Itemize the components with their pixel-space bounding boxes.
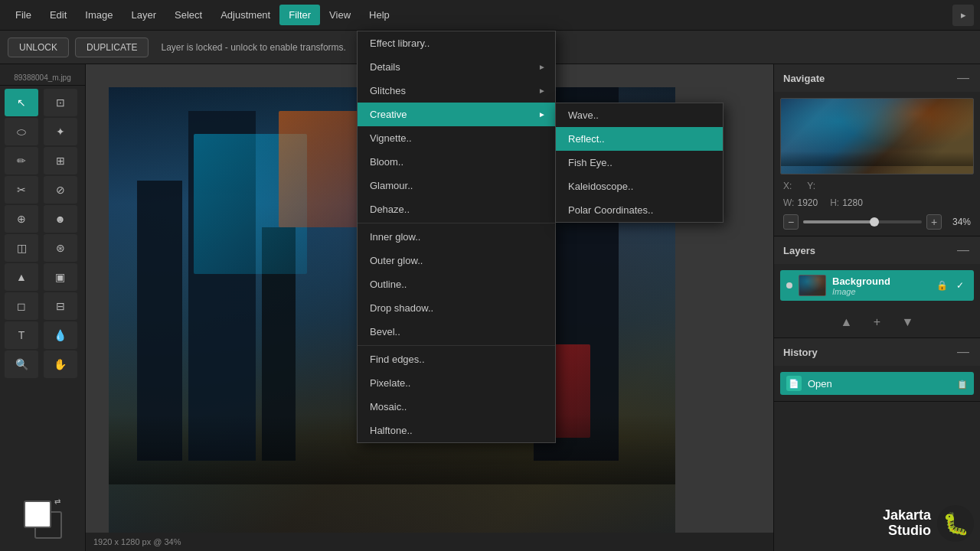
layer-info: Background Image (832, 276, 928, 296)
logo-line2: Studio (888, 523, 931, 539)
layer-thumb-inner (799, 276, 825, 295)
filename: 89388004_m.jpg (0, 70, 85, 86)
dimensions-row: W: 1920 H: 1280 (780, 197, 974, 208)
h-label: H: (830, 197, 839, 208)
x-coord: X: (783, 181, 795, 191)
tool-mask[interactable]: ⊟ (44, 292, 77, 320)
layer-type: Image (832, 287, 928, 296)
w-label: W: (783, 197, 794, 208)
zoom-value: 34% (946, 217, 971, 227)
tool-hand[interactable]: ✋ (44, 350, 77, 378)
tool-heal[interactable]: ⊕ (5, 205, 38, 233)
layers-header: Layers — (774, 236, 980, 264)
zoom-row: − + 34% (780, 214, 974, 230)
color-picker-area: ⇄ (18, 494, 68, 545)
h-value: 1280 (842, 197, 863, 208)
swap-colors-icon[interactable]: ⇄ (54, 497, 65, 508)
coordinates-row: X: Y: (780, 181, 974, 191)
tool-crop[interactable]: ⊞ (44, 147, 77, 174)
toolbar: UNLOCK DUPLICATE Layer is locked - unloc… (0, 31, 980, 64)
layer-lock-button[interactable]: 🔒 (934, 278, 949, 293)
expand-button[interactable]: ▸ (952, 5, 974, 26)
layer-name: Background (832, 276, 928, 287)
layer-visibility-button[interactable]: ✓ (952, 278, 968, 293)
tool-stamp[interactable]: ☻ (44, 205, 77, 233)
tool-zoom[interactable]: 🔍 (5, 350, 38, 378)
tool-magic-wand[interactable]: ✦ (44, 118, 77, 145)
history-open-icon: 📄 (786, 376, 802, 391)
layers-collapse-button[interactable]: — (956, 243, 971, 258)
logo-area: Jakarta Studio 🐛 (774, 496, 980, 551)
height-dim: H: 1280 (830, 197, 863, 208)
menu-adjustment[interactable]: Adjustment (211, 5, 279, 25)
layers-title: Layers (783, 245, 956, 256)
layers-section: Layers — Background Image 🔒 ✓ (774, 236, 980, 338)
history-title: History (783, 347, 956, 358)
tool-select-move[interactable]: ↖ (5, 89, 38, 116)
zoom-out-button[interactable]: − (783, 214, 799, 230)
canvas-area[interactable]: 1920 x 1280 px @ 34% (86, 64, 773, 551)
main-layout: 89388004_m.jpg ↖ ⊡ ⬭ ✦ ✏ ⊞ ✂ ⊘ ⊕ ☻ ◫ ⊛ ▲… (0, 64, 980, 551)
logo-icon: 🐛 (937, 505, 974, 542)
menu-select[interactable]: Select (165, 5, 211, 25)
tool-lasso[interactable]: ⬭ (5, 118, 38, 145)
duplicate-button[interactable]: DUPLICATE (75, 37, 149, 57)
tool-transform[interactable]: ⊡ (44, 89, 77, 116)
menubar: File Edit Image Layer Select Adjustment … (0, 0, 980, 31)
tool-grid: ↖ ⊡ ⬭ ✦ ✏ ⊞ ✂ ⊘ ⊕ ☻ ◫ ⊛ ▲ ▣ ◻ ⊟ T 💧 🔍 ✋ (0, 89, 85, 378)
color-swatches[interactable]: ⇄ (24, 500, 62, 539)
zoom-slider[interactable] (803, 220, 922, 223)
move-layer-up-button[interactable]: ▲ (838, 313, 856, 331)
menu-layer[interactable]: Layer (122, 5, 166, 25)
tool-eraser[interactable]: ◫ (5, 234, 38, 262)
tool-scissors[interactable]: ✂ (5, 176, 38, 204)
layer-actions: 🔒 ✓ (934, 278, 968, 293)
tool-eyedropper[interactable]: 💧 (44, 321, 77, 349)
width-dim: W: 1920 (783, 197, 818, 208)
move-layer-down-button[interactable]: ▼ (899, 313, 917, 331)
tool-clone[interactable]: ⊛ (44, 234, 77, 262)
y-label: Y: (807, 181, 815, 191)
layers-content: Background Image 🔒 ✓ (774, 264, 980, 307)
right-panel: Navigate — X: Y: (773, 64, 980, 551)
layer-item[interactable]: Background Image 🔒 ✓ (780, 270, 974, 301)
navigate-collapse-button[interactable]: — (956, 70, 971, 86)
x-label: X: (783, 181, 792, 191)
tool-text[interactable]: T (5, 321, 38, 349)
history-item[interactable]: 📄 Open 📋 (780, 372, 974, 395)
menu-file[interactable]: File (6, 5, 41, 25)
logo-line1: Jakarta (883, 508, 931, 523)
tool-shape[interactable]: ◻ (5, 292, 38, 320)
toolbar-status: Layer is locked - unlock to enable trans… (161, 42, 345, 53)
navigate-header: Navigate — (774, 64, 980, 92)
menu-help[interactable]: Help (360, 5, 399, 25)
add-layer-button[interactable]: + (868, 313, 887, 331)
foreground-color[interactable] (24, 500, 51, 528)
navigate-section: Navigate — X: Y: (774, 64, 980, 236)
status-bar: 1920 x 1280 px @ 34% (86, 533, 773, 551)
history-label: Open (808, 378, 832, 390)
layers-footer: ▲ + ▼ (774, 307, 980, 337)
layer-options-dot (786, 282, 792, 289)
navigate-thumbnail[interactable] (780, 98, 974, 174)
history-doc-icon: 📋 (957, 380, 968, 389)
w-value: 1920 (797, 197, 818, 208)
y-coord: Y: (807, 181, 818, 191)
tool-pen[interactable]: ✏ (5, 147, 38, 174)
tool-paint-bucket[interactable]: ▲ (5, 263, 38, 291)
menu-view[interactable]: View (320, 5, 360, 25)
menu-filter[interactable]: Filter (279, 5, 320, 25)
navigate-title: Navigate (783, 73, 956, 84)
history-collapse-button[interactable]: — (956, 344, 971, 360)
unlock-button[interactable]: UNLOCK (8, 37, 69, 57)
history-section: History — 📄 Open 📋 (774, 338, 980, 402)
canvas-image (109, 87, 675, 551)
menu-edit[interactable]: Edit (41, 5, 76, 25)
history-content: 📄 Open 📋 (774, 366, 980, 401)
navigate-content: X: Y: W: 1920 H: 1280 (774, 92, 980, 236)
tool-brush[interactable]: ⊘ (44, 176, 77, 204)
tool-gradient[interactable]: ▣ (44, 263, 77, 291)
zoom-in-button[interactable]: + (926, 214, 942, 230)
menu-image[interactable]: Image (76, 5, 122, 25)
layer-thumbnail (799, 275, 826, 296)
